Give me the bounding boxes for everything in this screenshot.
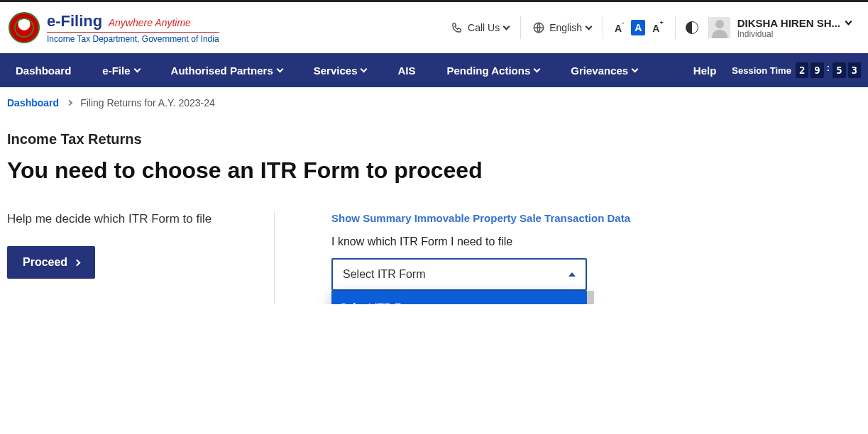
chevron-right-icon [74,259,81,266]
select-value: Select ITR Form [343,268,425,281]
nav-grievances[interactable]: Grievances [555,53,653,87]
chevron-down-icon [534,66,541,73]
chevron-down-icon [845,18,852,26]
user-type-label: Individual [737,29,851,39]
itr-form-select[interactable]: Select ITR Form [331,258,587,291]
language-menu[interactable]: English [521,14,603,41]
contrast-toggle-icon[interactable] [686,21,698,34]
chevron-down-icon [503,23,510,30]
dropdown-header: Select ITR Form [331,291,587,304]
user-name-label: DIKSHA HIREN SH... [737,17,840,29]
call-us-label: Call Us [468,22,500,33]
breadcrumb-dashboard[interactable]: Dashboard [7,97,59,108]
nav-ais[interactable]: AIS [382,53,431,87]
app-tagline: Anywhere Anytime [109,17,191,28]
chevron-down-icon [276,66,283,73]
chevron-down-icon [361,66,368,73]
app-subline: Income Tax Department, Government of Ind… [47,32,219,44]
site-logo[interactable]: e-Filing Anywhere Anytime Income Tax Dep… [9,12,219,44]
breadcrumb: Dashboard Filing Returns for A.Y. 2023-2… [0,87,868,118]
nav-dashboard[interactable]: Dashboard [0,53,87,87]
proceed-label: Proceed [23,256,67,269]
nav-authorised-partners[interactable]: Authorised Partners [155,53,298,87]
caret-up-icon [568,272,576,277]
i-know-label: I know which ITR Form I need to file [331,235,861,248]
font-increase-button[interactable]: A+ [652,22,663,34]
font-decrease-button[interactable]: A- [615,22,624,34]
chevron-down-icon [133,66,141,73]
breadcrumb-current: Filing Returns for A.Y. 2023-24 [80,97,215,108]
avatar-icon [709,17,730,38]
app-name: e-Filing [47,12,102,30]
itr-form-dropdown: Select ITR Form ITR - 1 ITR - 2 ITR - 3 [331,291,587,304]
phone-icon [451,21,463,34]
call-us-menu[interactable]: Call Us [439,14,520,41]
page-kicker: Income Tax Returns [7,131,861,148]
session-timer: Session Time 2 9 : 5 3 [732,62,868,78]
emblem-icon [9,12,40,43]
globe-icon [532,21,545,34]
font-normal-button[interactable]: A [631,20,645,35]
chevron-down-icon [586,23,593,30]
nav-services[interactable]: Services [298,53,383,87]
nav-help[interactable]: Help [678,53,732,87]
nav-pending-actions[interactable]: Pending Actions [432,53,556,87]
user-menu[interactable]: DIKSHA HIREN SH... Individual [709,17,857,39]
help-me-text: Help me decide which ITR Form to file [7,212,260,226]
page-title: You need to choose an ITR Form to procee… [7,157,861,184]
chevron-right-icon [67,100,72,106]
chevron-down-icon [632,66,639,73]
language-label: English [549,22,582,33]
nav-efile[interactable]: e-File [87,53,155,87]
proceed-button[interactable]: Proceed [7,246,95,279]
show-summary-link[interactable]: Show Summary Immovable Property Sale Tra… [331,212,861,224]
